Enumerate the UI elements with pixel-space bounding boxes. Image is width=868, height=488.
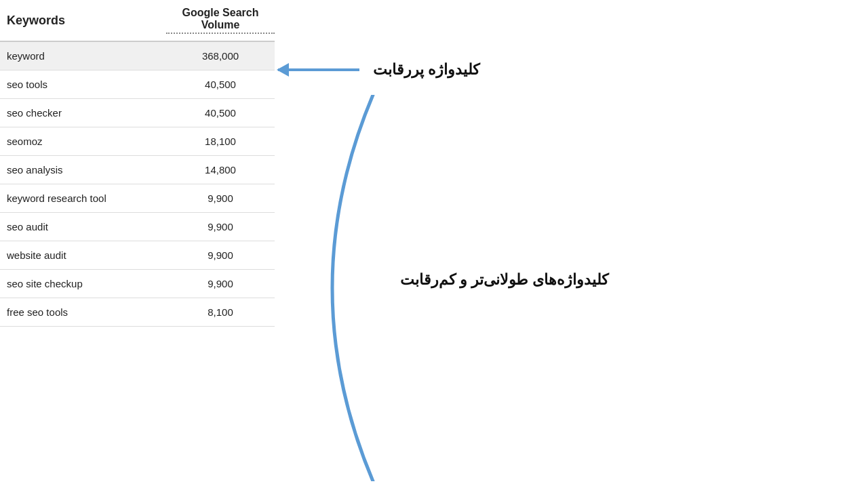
row-keyword: free seo tools	[7, 306, 166, 318]
row-volume: 18,100	[166, 136, 275, 147]
table-row: seo analysis14,800	[0, 156, 275, 184]
row-keyword: seo site checkup	[7, 278, 166, 289]
table-row: keyword research tool9,900	[0, 184, 275, 213]
row-volume: 40,500	[166, 79, 275, 90]
row-keyword: seo checker	[7, 107, 166, 119]
table-row: keyword368,000	[0, 42, 275, 70]
table-row: seomoz18,100	[0, 127, 275, 156]
header-keywords: Keywords	[7, 14, 166, 28]
header-volume: Google Search Volume	[166, 7, 275, 34]
row-volume: 9,900	[166, 192, 275, 204]
keywords-table: Keywords Google Search Volume keyword368…	[0, 0, 275, 327]
table-row: seo tools40,500	[0, 70, 275, 99]
table-row: seo checker40,500	[0, 99, 275, 127]
row-volume: 40,500	[166, 107, 275, 119]
long-tail-label: کلیدواژه‌های طولانی‌تر و کم‌رقابت	[400, 271, 608, 289]
table-row: website audit9,900	[0, 241, 275, 270]
row-keyword: website audit	[7, 249, 166, 261]
row-keyword: seo tools	[7, 79, 166, 90]
row-volume: 14,800	[166, 164, 275, 176]
left-arrow-icon	[278, 63, 359, 77]
table-row: seo site checkup9,900	[0, 270, 275, 298]
table-header: Keywords Google Search Volume	[0, 0, 275, 42]
row-volume: 368,000	[166, 50, 275, 62]
row-keyword: seomoz	[7, 136, 166, 147]
table-row: seo audit9,900	[0, 213, 275, 241]
high-competition-annotation: کلیدواژه پررقابت	[278, 61, 479, 79]
row-keyword: seo analysis	[7, 164, 166, 176]
row-keyword: keyword research tool	[7, 192, 166, 204]
row-keyword: seo audit	[7, 221, 166, 232]
curve-bracket	[278, 95, 387, 481]
row-volume: 9,900	[166, 278, 275, 289]
row-keyword: keyword	[7, 50, 166, 62]
high-competition-label: کلیدواژه پررقابت	[373, 61, 479, 79]
table-body: keyword368,000seo tools40,500seo checker…	[0, 42, 275, 327]
row-volume: 9,900	[166, 249, 275, 261]
table-row: free seo tools8,100	[0, 298, 275, 327]
row-volume: 8,100	[166, 306, 275, 318]
row-volume: 9,900	[166, 221, 275, 232]
